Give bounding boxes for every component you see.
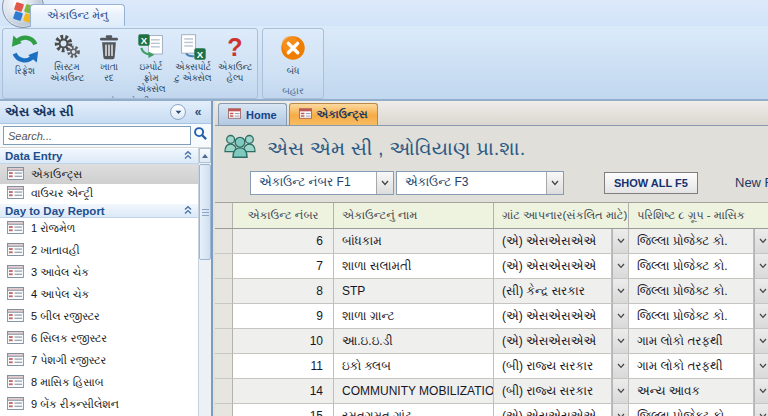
sidebar-item-advance-register[interactable]: 7 પેશગી રજીસ્ટર — [0, 350, 198, 372]
grantor-dropdown[interactable] — [612, 329, 629, 354]
cell-group[interactable]: જિલ્લા પ્રોજેક્ટ કો. — [629, 279, 754, 304]
table-row[interactable]: 7 શાળા સલામતી (એ) એસએસએએ જિલ્લા પ્રોજેક્… — [215, 254, 768, 279]
cell-grantor[interactable]: (એ) એસએસએએ — [494, 404, 612, 416]
sidebar-item-khatavahi[interactable]: 2 ખાતાવહી — [0, 240, 198, 262]
sidebar-item-accounts[interactable]: એકાઉન્ટ્સ — [0, 164, 198, 183]
cell-group[interactable]: જિલ્લા પ્રોજેક્ટ કો. — [629, 229, 754, 254]
group-dropdown[interactable] — [754, 304, 768, 329]
group-dropdown[interactable] — [754, 254, 768, 279]
sidebar-item-rojmel[interactable]: 1 રોજમેળ — [0, 218, 198, 240]
nav-section-day-to-day-report[interactable]: Day to Day Report — [0, 203, 198, 218]
cell-account-number[interactable]: 7 — [233, 254, 334, 279]
nav-collapse-button[interactable]: « — [190, 105, 206, 119]
table-row[interactable]: 15 રમતગમત ગ્રાંટ (એ) એસએસએએ જિલ્લા પ્રોજ… — [215, 404, 768, 416]
sidebar-item-issued-cheques[interactable]: 4 આપેલ ચેક — [0, 284, 198, 306]
record-selector[interactable] — [215, 279, 233, 304]
cell-grantor[interactable]: (એ) એસએસએએ — [494, 229, 612, 254]
close-button[interactable]: બંધ — [264, 31, 322, 84]
chevron-down-icon[interactable] — [376, 172, 393, 194]
system-account-button[interactable]: સિસ્ટમ એકાઉન્ટ — [46, 31, 88, 95]
grantor-dropdown[interactable] — [612, 304, 629, 329]
cell-grantor[interactable]: (બી) રાજ્ય સરકાર — [494, 354, 612, 379]
column-header-grantor[interactable]: ગ્રાંટ આપનાર(સંકલિત માટે) — [494, 203, 629, 228]
export-to-excel-button[interactable]: X એક્સપોર્ટ ટુ એક્સેલ — [172, 31, 214, 95]
record-selector[interactable] — [215, 229, 233, 254]
record-selector[interactable] — [215, 379, 233, 404]
table-row[interactable]: 11 ઇકો ક્લબ (બી) રાજ્ય સરકાર ગામ લોકો તર… — [215, 354, 768, 379]
group-dropdown[interactable] — [754, 229, 768, 254]
cell-grantor[interactable]: (એ) એસએસએએ — [494, 254, 612, 279]
cell-account-number[interactable]: 8 — [233, 279, 334, 304]
cell-account-name[interactable]: COMMUNITY MOBILIZATION — [334, 379, 494, 404]
cell-account-name[interactable]: ઇકો ક્લબ — [334, 354, 494, 379]
chevron-down-icon[interactable] — [546, 172, 563, 194]
cell-group[interactable]: જિલ્લા પ્રોજેક્ટ કો. — [629, 404, 754, 416]
tab-home[interactable]: Home — [218, 103, 287, 125]
grantor-dropdown[interactable] — [612, 404, 629, 416]
cell-account-name[interactable]: શાળા સલામતી — [334, 254, 494, 279]
column-header-group[interactable]: પરિશિષ્ટ ૮ ગ્રૂપ - માસિક — [629, 203, 768, 228]
account-number-filter-combo[interactable]: એકાઉન્ટ નંબર F1 — [250, 171, 394, 195]
cell-group[interactable]: જિલ્લા પ્રોજેક્ટ કો. — [629, 254, 754, 279]
cell-group[interactable]: અન્ય આવક — [629, 379, 754, 404]
nav-section-data-entry[interactable]: Data Entry — [0, 148, 198, 164]
grantor-dropdown[interactable] — [612, 279, 629, 304]
collapse-chevron-icon[interactable] — [183, 205, 193, 217]
record-selector[interactable] — [215, 254, 233, 279]
group-dropdown[interactable] — [754, 354, 768, 379]
account-help-button[interactable]: ? એકાઉન્ટ હેલ્પ — [214, 31, 256, 95]
table-row[interactable]: 10 આ.ઇ.ઇ.ડી (એ) એસએસએએ ગામ લોકો તરફથી — [215, 329, 768, 354]
refresh-button[interactable]: રિફ્રેશ — [4, 31, 46, 95]
grantor-dropdown[interactable] — [612, 354, 629, 379]
group-dropdown[interactable] — [754, 404, 768, 416]
scrollbar-thumb[interactable] — [199, 164, 211, 260]
search-icon[interactable] — [193, 126, 208, 145]
cell-account-number[interactable]: 14 — [233, 379, 334, 404]
cell-account-number[interactable]: 6 — [233, 229, 334, 254]
search-input[interactable] — [3, 126, 191, 145]
table-row[interactable]: 6 બાંધકામ (એ) એસએસએએ જિલ્લા પ્રોજેક્ટ કો… — [215, 229, 768, 254]
cell-account-number[interactable]: 10 — [233, 329, 334, 354]
table-row[interactable]: 9 શાળા ગ્રાન્ટ (એ) એસએસએએ જિલ્લા પ્રોજેક… — [215, 304, 768, 329]
import-from-excel-button[interactable]: X ઇમ્પોર્ટ ફ્રોમ એક્સેલ — [130, 31, 172, 95]
group-dropdown[interactable] — [754, 279, 768, 304]
record-selector[interactable] — [215, 354, 233, 379]
cell-account-name[interactable]: શાળા ગ્રાન્ટ — [334, 304, 494, 329]
account-filter-combo[interactable]: એકાઉન્ટ F3 — [396, 171, 564, 195]
group-dropdown[interactable] — [754, 379, 768, 404]
show-all-button[interactable]: SHOW ALL F5 — [604, 172, 698, 194]
cell-account-number[interactable]: 15 — [233, 404, 334, 416]
cell-grantor[interactable]: (બી) રાજ્ય સરકાર — [494, 379, 612, 404]
collapse-chevron-icon[interactable] — [183, 150, 193, 162]
cell-grantor[interactable]: (એ) એસએસએએ — [494, 304, 612, 329]
cell-account-name[interactable]: આ.ઇ.ઇ.ડી — [334, 329, 494, 354]
group-dropdown[interactable] — [754, 329, 768, 354]
column-header-account-number[interactable]: એકાઉન્ટ નંબર — [233, 203, 334, 228]
cell-account-name[interactable]: STP — [334, 279, 494, 304]
column-header-account-name[interactable]: એકાઉન્ટનું નામ — [334, 203, 494, 228]
cell-group[interactable]: ગામ લોકો તરફથી — [629, 354, 754, 379]
cell-grantor[interactable]: (એ) એસએસએએ — [494, 329, 612, 354]
cell-account-name[interactable]: બાંધકામ — [334, 229, 494, 254]
sidebar-item-balance-register[interactable]: 6 સિલક રજીસ્ટર — [0, 328, 198, 350]
tab-accounts[interactable]: એકાઉન્ટ્સ — [289, 103, 378, 125]
record-selector[interactable] — [215, 329, 233, 354]
grantor-dropdown[interactable] — [612, 254, 629, 279]
cell-account-number[interactable]: 11 — [233, 354, 334, 379]
table-row[interactable]: 14 COMMUNITY MOBILIZATION (બી) રાજ્ય સરક… — [215, 379, 768, 404]
new-record-label[interactable]: New Record — [735, 175, 768, 190]
grantor-dropdown[interactable] — [612, 229, 629, 254]
cell-group[interactable]: જિલ્લા પ્રોજેક્ટ કો. — [629, 304, 754, 329]
grantor-dropdown[interactable] — [612, 379, 629, 404]
sidebar-item-bank-reconciliation[interactable]: 9 બેંક રીકન્સીલેશન — [0, 394, 198, 416]
cell-account-name[interactable]: રમતગમત ગ્રાંટ — [334, 404, 494, 416]
sidebar-item-bill-register[interactable]: 5 બીલ રજીસ્ટર — [0, 306, 198, 328]
delete-account-button[interactable]: ખાતા રદ — [88, 31, 130, 95]
sidebar-item-received-cheques[interactable]: 3 આવેલ ચેક — [0, 262, 198, 284]
nav-pane-header[interactable]: એસ એમ સી « — [0, 101, 211, 124]
nav-menu-dropdown-button[interactable] — [170, 104, 186, 120]
table-row[interactable]: 8 STP (સી) કેન્દ્ર સરકાર જિલ્લા પ્રોજેક્… — [215, 279, 768, 304]
sidebar-item-monthly-account[interactable]: 8 માસિક હિસાબ — [0, 372, 198, 394]
record-selector[interactable] — [215, 404, 233, 416]
cell-group[interactable]: ગામ લોકો તરફથી — [629, 329, 754, 354]
